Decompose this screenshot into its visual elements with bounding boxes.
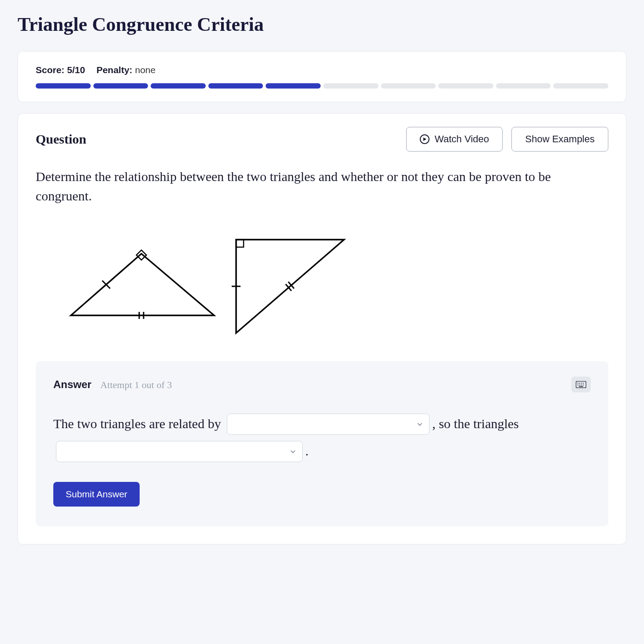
score-label: Score: xyxy=(36,65,64,75)
svg-point-13 xyxy=(581,383,582,384)
header-buttons: Watch Video Show Examples xyxy=(406,127,608,152)
watch-video-button[interactable]: Watch Video xyxy=(406,127,503,152)
progress-segment xyxy=(208,83,263,89)
answer-header: Answer Attempt 1 out of 3 xyxy=(53,377,591,392)
svg-marker-0 xyxy=(71,254,214,315)
progress-segment xyxy=(438,83,493,89)
svg-rect-6 xyxy=(236,240,244,247)
chevron-down-icon xyxy=(290,448,296,455)
watch-video-label: Watch Video xyxy=(435,133,489,145)
page-title: Triangle Congruence Criteria xyxy=(18,13,626,36)
answer-heading: Answer xyxy=(53,378,92,391)
svg-rect-19 xyxy=(579,386,583,387)
sentence-part-2: , so the triangles xyxy=(432,416,519,431)
progress-segment xyxy=(266,83,321,89)
progress-segment xyxy=(323,83,378,89)
show-examples-label: Show Examples xyxy=(525,133,595,145)
svg-point-14 xyxy=(583,383,584,384)
svg-marker-5 xyxy=(236,240,344,333)
penalty-value: none xyxy=(135,65,155,75)
question-heading: Question xyxy=(36,132,86,147)
progress-segment xyxy=(496,83,551,89)
progress-segment xyxy=(36,83,91,89)
progress-segment xyxy=(553,83,608,89)
attempt-text: Attempt 1 out of 3 xyxy=(100,379,172,391)
score-line: Score: 5/10 Penalty: none xyxy=(36,65,608,75)
progress-segment xyxy=(93,83,148,89)
play-icon xyxy=(420,134,429,144)
svg-point-12 xyxy=(579,383,580,384)
question-header: Question Watch Video Show Examples xyxy=(36,127,608,152)
svg-rect-1 xyxy=(137,250,147,260)
progress-bar xyxy=(36,83,608,89)
show-examples-button[interactable]: Show Examples xyxy=(511,127,608,152)
keyboard-button[interactable] xyxy=(571,377,591,392)
answer-sentence: The two triangles are related by , so th… xyxy=(53,410,591,464)
svg-point-11 xyxy=(577,383,578,384)
relationship-dropdown[interactable] xyxy=(227,414,429,435)
progress-segment xyxy=(151,83,206,89)
svg-point-18 xyxy=(583,385,584,385)
score-card: Score: 5/10 Penalty: none xyxy=(18,51,626,102)
progress-segment xyxy=(381,83,436,89)
score-value: 5/10 xyxy=(67,65,85,75)
question-card: Question Watch Video Show Examples Deter… xyxy=(18,113,626,544)
penalty-label: Penalty: xyxy=(96,65,133,75)
submit-answer-button[interactable]: Submit Answer xyxy=(53,482,140,507)
svg-point-15 xyxy=(577,385,578,385)
svg-point-16 xyxy=(579,385,580,385)
sentence-part-1: The two triangles are related by xyxy=(53,416,224,431)
question-prompt: Determine the relationship between the t… xyxy=(36,167,608,205)
triangles-svg xyxy=(62,227,353,342)
triangle-figure xyxy=(36,218,608,361)
conclusion-dropdown[interactable] xyxy=(56,441,303,462)
chevron-down-icon xyxy=(417,421,423,427)
keyboard-icon xyxy=(576,381,586,388)
sentence-part-3: . xyxy=(305,444,309,458)
svg-point-17 xyxy=(581,385,582,385)
answer-panel: Answer Attempt 1 out of 3 The two triang… xyxy=(36,361,608,526)
